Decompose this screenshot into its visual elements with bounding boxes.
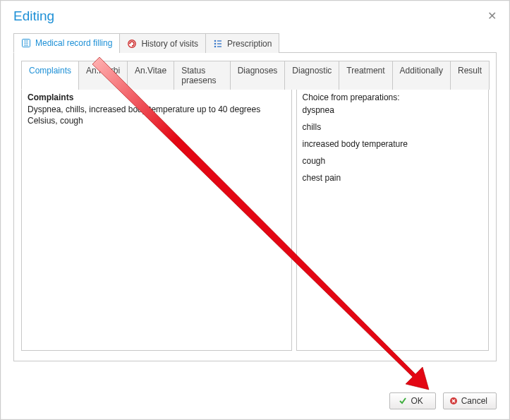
subtab-diagnoses[interactable]: Diagnoses	[230, 61, 286, 90]
subtab-an-vitae[interactable]: An.Vitae	[127, 61, 174, 90]
cancel-label: Cancel	[461, 396, 487, 406]
list-item[interactable]: dyspnea	[303, 105, 483, 115]
main-tabstrip: Medical record filling History of visits…	[13, 32, 497, 53]
cancel-icon	[449, 397, 458, 405]
svg-point-7	[214, 42, 217, 44]
tab-label: History of visits	[141, 39, 198, 49]
subtab-additionally[interactable]: Additionally	[392, 61, 451, 90]
ok-button[interactable]: OK	[389, 392, 436, 409]
history-icon	[127, 39, 137, 49]
dialog-footer: OK Cancel	[389, 392, 497, 409]
subtab-status-praesens[interactable]: Status praesens	[174, 61, 230, 90]
tab-history-of-visits[interactable]: History of visits	[119, 33, 206, 53]
list-item[interactable]: cough	[303, 156, 483, 166]
list-item[interactable]: chest pain	[303, 173, 483, 183]
editing-dialog: Editing ✕ Medical record filling History…	[0, 0, 510, 420]
list-item[interactable]: chills	[303, 122, 483, 132]
svg-point-8	[214, 45, 217, 47]
cancel-button[interactable]: Cancel	[443, 392, 497, 409]
tab-label: Prescription	[227, 39, 272, 49]
preparations-heading: Choice from preparations:	[303, 92, 483, 102]
subtab-an-morbi[interactable]: An.Morbi	[78, 61, 128, 90]
svg-point-6	[214, 40, 217, 42]
tab-medical-record-filling[interactable]: Medical record filling	[13, 33, 120, 53]
list-item[interactable]: increased body temperature	[303, 139, 483, 149]
close-icon[interactable]: ✕	[485, 8, 499, 24]
preparations-list: dyspnea chills increased body temperatur…	[303, 105, 483, 183]
ok-label: OK	[411, 396, 423, 406]
dialog-title: Editing	[13, 8, 54, 24]
preparations-panel: Choice from preparations: dyspnea chills…	[296, 90, 490, 351]
prescription-icon	[213, 39, 223, 49]
subtab-result[interactable]: Result	[450, 61, 490, 90]
tab-prescription[interactable]: Prescription	[205, 33, 279, 53]
main-tab-body: Complaints An.Morbi An.Vitae Status prae…	[13, 53, 497, 361]
subtab-diagnostic[interactable]: Diagnostic	[284, 61, 339, 90]
tab-label: Medical record filling	[35, 38, 112, 48]
panels-row: Complaints Dyspnea, chills, increased bo…	[21, 90, 489, 351]
subtab-treatment[interactable]: Treatment	[339, 61, 392, 90]
complaints-heading: Complaints	[28, 92, 286, 102]
subtab-complaints[interactable]: Complaints	[21, 61, 79, 90]
check-icon	[399, 397, 407, 405]
complaints-panel: Complaints Dyspnea, chills, increased bo…	[21, 90, 292, 351]
complaints-text[interactable]: Dyspnea, chills, increased body temperat…	[28, 104, 286, 126]
sub-tabstrip: Complaints An.Morbi An.Vitae Status prae…	[21, 60, 489, 90]
titlebar: Editing ✕	[1, 1, 509, 30]
document-list-icon	[21, 38, 31, 48]
